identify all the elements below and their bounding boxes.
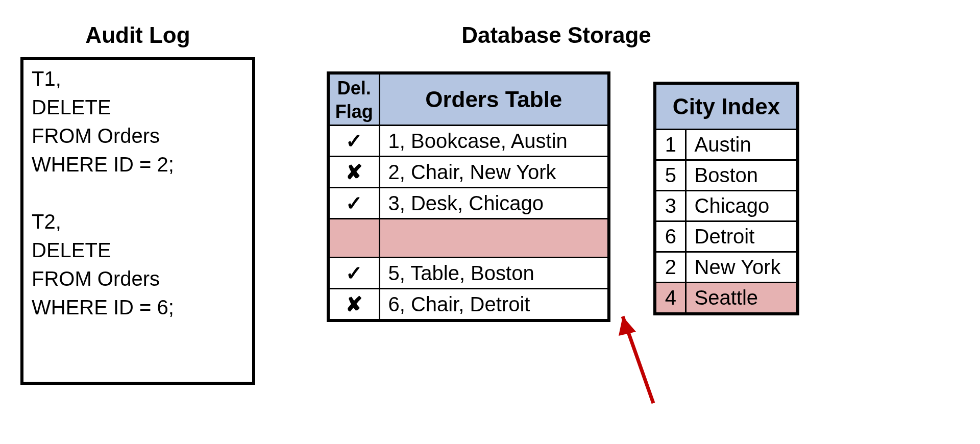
orders-table-head: Del. Flag Orders Table — [328, 73, 609, 126]
city-index-id: 2 — [655, 252, 685, 283]
head-flag-line2: Flag — [333, 100, 376, 124]
city-index-table: City Index 1 Austin 5 Boston 3 Chicago 6… — [653, 82, 799, 315]
city-index-city: Detroit — [685, 221, 798, 252]
orders-head-flag: Del. Flag — [328, 73, 379, 126]
database-storage-heading: Database Storage — [327, 22, 786, 48]
del-flag-icon: ✓ — [328, 258, 379, 289]
audit-line: DELETE — [32, 236, 244, 264]
del-flag-icon: ✘ — [328, 157, 379, 188]
del-flag-icon: ✓ — [328, 126, 379, 157]
order-row-data: 1, Bookcase, Austin — [379, 126, 609, 157]
table-row: ✓ 5, Table, Boston — [328, 258, 609, 289]
audit-line: FROM Orders — [32, 264, 244, 293]
table-row: ✓ 3, Desk, Chicago — [328, 188, 609, 219]
city-index-city: New York — [685, 252, 798, 283]
orders-head-main: Orders Table — [379, 73, 609, 126]
city-index-id: 4 — [655, 283, 685, 314]
del-flag-icon: ✘ — [328, 289, 379, 321]
order-row-data: 5, Table, Boston — [379, 258, 609, 289]
city-index-city: Boston — [685, 160, 798, 191]
city-index-id: 1 — [655, 130, 685, 160]
table-row: 6 Detroit — [655, 221, 798, 252]
audit-line: WHERE ID = 2; — [32, 150, 244, 179]
table-row: 3 Chicago — [655, 191, 798, 221]
audit-line: DELETE — [32, 93, 244, 121]
city-index-id: 5 — [655, 160, 685, 191]
head-flag-line1: Del. — [333, 77, 376, 100]
table-row: ✘ 2, Chair, New York — [328, 157, 609, 188]
del-flag-icon — [328, 219, 379, 258]
order-row-data: 2, Chair, New York — [379, 157, 609, 188]
svg-marker-1 — [619, 316, 636, 336]
city-index-city: Chicago — [685, 191, 798, 221]
table-row: 1 Austin — [655, 130, 798, 160]
table-row: ✓ 1, Bookcase, Austin — [328, 126, 609, 157]
audit-line: FROM Orders — [32, 121, 244, 150]
city-index-head: City Index — [655, 83, 798, 130]
audit-line: T1, — [32, 64, 244, 93]
city-index-head-cell: City Index — [655, 83, 798, 130]
del-flag-icon: ✓ — [328, 188, 379, 219]
city-index-id: 3 — [655, 191, 685, 221]
table-row: 2 New York — [655, 252, 798, 283]
order-row-data: 3, Desk, Chicago — [379, 188, 609, 219]
audit-log-box: T1, DELETE FROM Orders WHERE ID = 2; T2,… — [20, 57, 255, 385]
order-row-data — [379, 219, 609, 258]
city-index-id: 6 — [655, 221, 685, 252]
audit-line: WHERE ID = 6; — [32, 293, 244, 322]
city-index-city: Austin — [685, 130, 798, 160]
order-row-data: 6, Chair, Detroit — [379, 289, 609, 321]
table-row: ✘ 6, Chair, Detroit — [328, 289, 609, 321]
city-index-city: Seattle — [685, 283, 798, 314]
table-row-empty — [328, 219, 609, 258]
audit-line — [32, 179, 244, 207]
audit-log-heading: Audit Log — [15, 22, 260, 48]
table-row-highlight: 4 Seattle — [655, 283, 798, 314]
svg-line-0 — [623, 316, 653, 403]
audit-line: T2, — [32, 207, 244, 236]
orders-table: Del. Flag Orders Table ✓ 1, Bookcase, Au… — [327, 71, 610, 322]
table-row: 5 Boston — [655, 160, 798, 191]
